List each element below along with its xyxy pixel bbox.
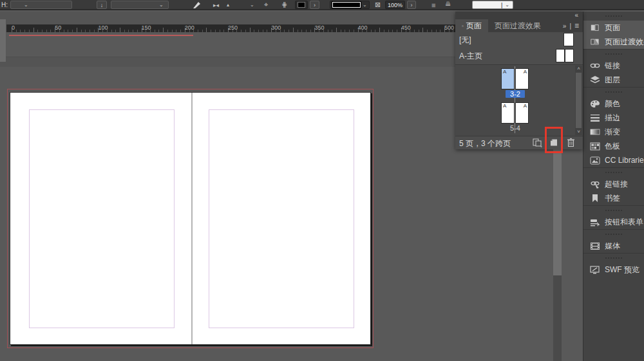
document-vertical-scrollbar[interactable] [553, 149, 562, 361]
chevron-right-icon: › [411, 2, 413, 8]
down-arrow-icon: ↓ [100, 2, 104, 8]
color-swatch-field[interactable]: ⌄ [330, 1, 370, 9]
chevron-down-icon: ⌄ [24, 3, 28, 8]
master-letter: A [503, 69, 506, 75]
dock-item-color[interactable]: 颜色 [583, 97, 644, 111]
links-icon [589, 60, 600, 71]
dock-item-cc-libraries[interactable]: CC Libraries [583, 153, 644, 167]
overflow-icon[interactable]: » [563, 23, 567, 30]
distribute-icon[interactable]: ⋕ [281, 1, 287, 9]
transform-icon[interactable]: ⌖ [264, 1, 268, 9]
zoom-level-field[interactable]: 100% [385, 1, 405, 9]
pages-icon [589, 23, 600, 33]
delete-page-button[interactable] [564, 138, 577, 149]
horizontal-ruler[interactable]: 050100150200250300350400450500 [6, 24, 455, 32]
dock-item-gradient[interactable]: 渐变 [583, 125, 644, 139]
dock-item-page-transitions[interactable]: 页面过渡效果 [583, 35, 644, 49]
master-thumbnail [564, 33, 574, 46]
dock-group-grip[interactable] [583, 168, 644, 177]
preset-combo[interactable]: | ⌄ [472, 1, 513, 9]
dock-group-grip[interactable] [583, 88, 644, 97]
paragraph-style-icon[interactable]: ≡ [431, 1, 435, 9]
dock-item-links[interactable]: 链接 [583, 59, 644, 73]
dock-item-swf-preview[interactable]: SWF 预览 [583, 263, 644, 277]
panel-scrollbar[interactable]: ˄ ˅ [575, 66, 582, 135]
height-field-combo[interactable]: ⌄ [10, 1, 72, 9]
dock-item-label: 链接 [605, 60, 620, 71]
dock-item-label: 色板 [605, 141, 620, 152]
dock-item-buttons-forms[interactable]: 按钮和表单 [583, 215, 644, 229]
margin-guide-left-page [29, 109, 175, 328]
chevron-down-icon[interactable]: ⌄ [250, 1, 254, 9]
spread-label[interactable]: 3-2 [506, 90, 525, 98]
dock-group-grip[interactable] [583, 230, 644, 239]
page-count-status: 5 页，3 个跨页 [459, 138, 511, 149]
dock-group: 超链接书签 [583, 167, 644, 205]
panel-scrollbar-thumb[interactable] [576, 73, 582, 128]
panel-header[interactable]: « [455, 12, 583, 19]
dock-group-grip[interactable] [583, 50, 644, 59]
panel-tab-pages[interactable]: ◦页面 [455, 19, 488, 32]
page-thumbnail[interactable]: A [501, 102, 515, 124]
dock-item-label: 按钮和表单 [605, 217, 643, 228]
ruler-tick-label: 200 [185, 24, 194, 31]
edit-page-size-button[interactable] [531, 138, 544, 149]
ruler-tick-label: 450 [401, 24, 411, 31]
scroll-up-icon[interactable]: ˄ [575, 66, 582, 72]
chevron-right-icon: › [314, 2, 316, 8]
scroll-down-icon[interactable]: ˅ [575, 129, 582, 135]
dock-item-label: 页面 [605, 23, 620, 33]
panel-tab-page-transitions[interactable]: 页面过渡效果 [488, 19, 547, 32]
dock-item-hyperlinks[interactable]: 超链接 [583, 177, 644, 191]
page-thumbnail[interactable]: A [515, 68, 529, 89]
height-field-label: H: [1, 1, 8, 9]
dock-item-label: 页面过渡效果 [605, 37, 644, 48]
dock-item-label: 媒体 [605, 241, 620, 252]
dock-item-label: 颜色 [605, 98, 620, 109]
dock-item-stroke[interactable]: 描边 [583, 111, 644, 125]
dock-item-label: 描边 [605, 113, 620, 124]
dock-group: 链接图层 [583, 49, 644, 87]
page-thumbnail[interactable]: A [501, 68, 515, 89]
stroke-swatch[interactable] [295, 1, 308, 9]
stroke-options-button[interactable]: › [310, 1, 319, 9]
style-combo[interactable]: ⌄ [111, 1, 169, 9]
ruler-tick-label: 350 [314, 24, 324, 31]
dock-item-pages[interactable]: 页面 [583, 21, 644, 35]
master-page-row[interactable]: A-主页 [455, 48, 583, 64]
text-caret: | [501, 2, 502, 8]
master-page-row[interactable]: [无] [455, 32, 583, 48]
chevron-down-icon: ⌄ [159, 3, 164, 8]
document-spread[interactable] [10, 92, 371, 345]
dock-item-label: SWF 预览 [605, 264, 639, 275]
ruler-tick-label: 400 [358, 24, 368, 31]
master-thumbnail [556, 49, 565, 62]
zoom-level-value: 100% [388, 2, 402, 8]
baseline-icon[interactable]: ≞ [445, 1, 451, 9]
dock-item-layers[interactable]: 图层 [583, 73, 644, 87]
master-letter: A [524, 103, 527, 109]
flip-icons[interactable]: ▸◂ [213, 1, 219, 9]
scrollbar-thumb[interactable] [553, 149, 562, 275]
spread-label[interactable]: 5-4 [506, 124, 525, 132]
dock-item-label: 书签 [605, 193, 620, 204]
dock-item-media[interactable]: 媒体 [583, 239, 644, 253]
document-pages-list: AA3-2AA5-4 [455, 65, 583, 136]
crossbox-icon[interactable]: ⊠ [375, 1, 381, 9]
zoom-options-button[interactable]: › [407, 1, 416, 9]
dock-item-swatches[interactable]: 色板 [583, 139, 644, 153]
page-thumbnail[interactable]: A [515, 102, 529, 124]
divider: | [569, 23, 571, 30]
dock-group-grip[interactable] [583, 206, 644, 215]
ruler-tick-label: 500 [444, 24, 454, 31]
spread-spine [191, 93, 193, 344]
dock-item-bookmarks[interactable]: 书签 [583, 191, 644, 205]
collapse-panel-icon[interactable]: « [574, 12, 578, 19]
rotate-icon[interactable]: ▴ [227, 1, 229, 9]
dock-group-grip[interactable] [583, 12, 644, 21]
swatches-icon [589, 141, 600, 151]
dock-item-label: CC Libraries [605, 156, 644, 165]
panel-menu-icon[interactable]: ≡ [574, 21, 579, 30]
paragraph-direction-button[interactable]: ↓ [97, 1, 107, 9]
dock-group-grip[interactable] [583, 254, 644, 263]
